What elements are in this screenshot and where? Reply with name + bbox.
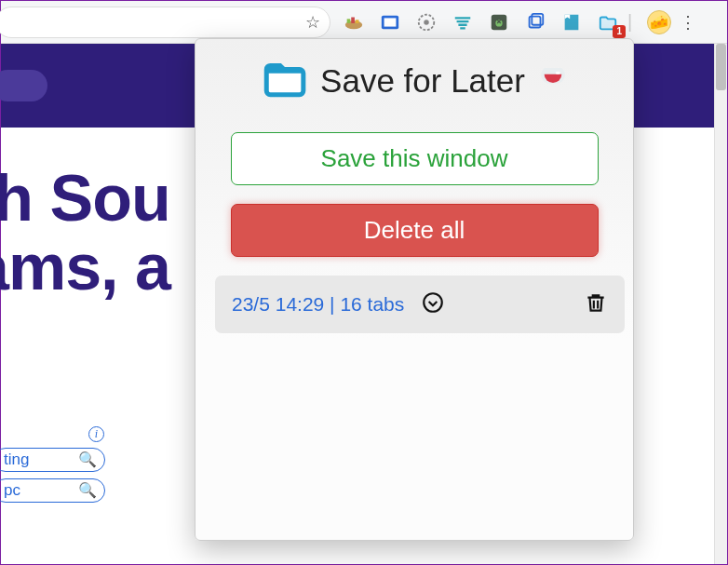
extension-icon-active[interactable]: 1 [598, 12, 618, 33]
popup-header: Save for Later [222, 56, 607, 106]
extension-icon-4[interactable] [452, 12, 473, 33]
profile-avatar[interactable]: 🧀 [647, 10, 671, 34]
extension-icon-7[interactable] [561, 12, 582, 33]
saved-session-row[interactable]: 23/5 14:29 | 16 tabs [215, 276, 625, 333]
svg-rect-2 [351, 17, 355, 22]
magnifier-icon: 🔍 [78, 481, 97, 499]
search-chip[interactable]: pc 🔍 [0, 478, 105, 503]
svg-rect-9 [530, 16, 541, 27]
svg-rect-1 [347, 19, 351, 23]
svg-point-11 [556, 72, 560, 74]
extension-icon-3[interactable] [416, 12, 437, 33]
extension-icon-5[interactable] [489, 12, 509, 33]
svg-rect-10 [532, 13, 543, 24]
extension-icon-1[interactable] [344, 12, 364, 33]
chevron-down-circle-icon[interactable] [421, 290, 445, 318]
trash-icon[interactable] [584, 290, 608, 318]
delete-all-button[interactable]: Delete all [231, 204, 599, 257]
search-chip-label: pc [4, 481, 20, 500]
save-window-button[interactable]: Save this window [231, 132, 599, 185]
extension-icon-2[interactable] [380, 12, 400, 33]
site-header-pill [0, 70, 47, 101]
folder-icon [261, 56, 307, 106]
search-chip[interactable]: ting 🔍 [0, 448, 105, 472]
magnifier-icon: 🔍 [78, 451, 97, 468]
toolbar-separator: | [627, 11, 632, 33]
saved-session-label: 23/5 14:29 | 16 tabs [232, 293, 404, 316]
svg-rect-3 [356, 20, 359, 23]
extension-badge: 1 [613, 25, 626, 38]
bookmark-star-icon[interactable]: ☆ [305, 12, 320, 33]
address-bar[interactable]: ☆ [0, 7, 330, 38]
search-chip-label: ting [4, 451, 29, 469]
svg-point-12 [425, 293, 443, 312]
extension-icons-row: 1 [344, 12, 618, 33]
info-icon[interactable]: i [88, 426, 104, 442]
vertical-scrollbar[interactable] [714, 44, 727, 564]
scrollbar-thumb[interactable] [716, 44, 726, 90]
browser-menu-icon[interactable]: ⋮ [675, 12, 701, 33]
extension-popup: Save for Later Save this window Delete a… [195, 38, 634, 541]
wine-glass-icon[interactable] [538, 64, 568, 98]
browser-frame: ☆ 1 [0, 0, 728, 565]
popup-title: Save for Later [320, 62, 525, 100]
svg-point-7 [424, 20, 429, 25]
extension-icon-6[interactable] [525, 12, 546, 33]
svg-rect-5 [384, 18, 397, 26]
